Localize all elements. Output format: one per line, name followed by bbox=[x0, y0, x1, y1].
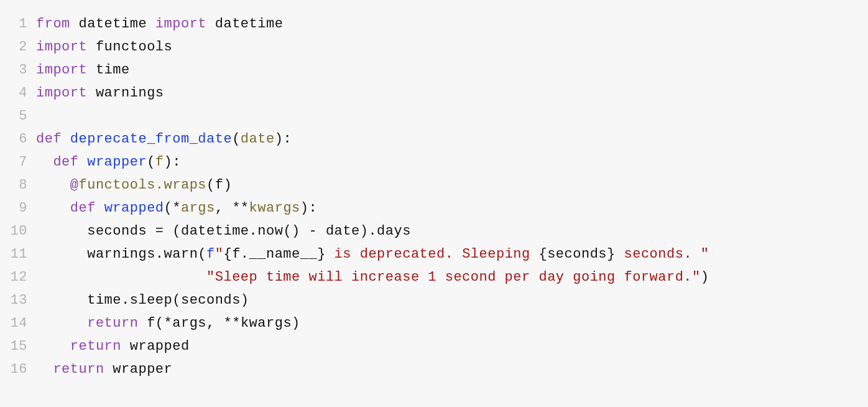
token-str: is deprecated. Sleeping bbox=[326, 246, 539, 262]
token-kw: def bbox=[53, 154, 78, 170]
code-content: def deprecate_from_date(date): bbox=[36, 128, 862, 151]
code-block: 1from datetime import datetime2import fu… bbox=[0, 0, 868, 393]
code-content: seconds = (datetime.now() - date).days bbox=[36, 220, 862, 243]
code-line: 11 warnings.warn(f"{f.__name__} is depre… bbox=[6, 243, 862, 266]
line-number: 15 bbox=[6, 335, 36, 358]
token-str: seconds. " bbox=[616, 246, 709, 262]
token-punc: () bbox=[283, 223, 300, 239]
token-punc: ( bbox=[164, 200, 173, 216]
code-line: 14 return f(*args, **kwargs) bbox=[6, 312, 862, 335]
token-id: wrapped bbox=[121, 339, 190, 354]
token-op: = bbox=[155, 223, 164, 239]
code-content: from datetime import datetime bbox=[36, 12, 862, 35]
token-def: deprecate_from_date bbox=[70, 131, 232, 147]
token-id: datetime bbox=[206, 16, 283, 32]
token-kw: import bbox=[36, 85, 87, 101]
line-number: 8 bbox=[6, 174, 36, 197]
token-punc: { bbox=[223, 246, 232, 262]
code-line: 9 def wrapped(*args, **kwargs): bbox=[6, 197, 862, 220]
code-content: return wrapper bbox=[36, 358, 862, 381]
token-punc: ( bbox=[172, 292, 181, 308]
token-punc: ( bbox=[198, 246, 206, 262]
code-content: import functools bbox=[36, 35, 862, 58]
token-kw: def bbox=[36, 131, 62, 147]
token-kw: def bbox=[70, 200, 96, 216]
code-line: 10 seconds = (datetime.now() - date).day… bbox=[6, 220, 862, 243]
token-op: - bbox=[309, 223, 318, 239]
token-id: datetime bbox=[70, 16, 155, 32]
code-line: 1from datetime import datetime bbox=[6, 12, 862, 35]
line-number: 9 bbox=[6, 197, 36, 220]
line-number: 14 bbox=[6, 312, 36, 335]
token-id: f bbox=[215, 177, 224, 193]
token-id bbox=[36, 316, 87, 331]
code-content: import time bbox=[36, 58, 862, 82]
token-punc: * bbox=[164, 316, 173, 331]
token-punc: ) bbox=[292, 316, 300, 331]
token-punc: : bbox=[283, 131, 292, 147]
code-line: 15 return wrapped bbox=[6, 335, 862, 358]
token-id bbox=[79, 154, 88, 170]
line-number: 3 bbox=[6, 58, 36, 82]
code-content: warnings.warn(f"{f.__name__} is deprecat… bbox=[36, 243, 862, 266]
token-id: seconds bbox=[547, 246, 607, 262]
line-number: 13 bbox=[6, 289, 36, 312]
token-id bbox=[62, 131, 70, 147]
token-punc: * bbox=[172, 200, 181, 216]
token-punc: : bbox=[172, 154, 181, 170]
line-number: 4 bbox=[6, 82, 36, 105]
token-id: functools bbox=[87, 39, 172, 55]
token-param: date bbox=[241, 131, 275, 147]
line-number: 12 bbox=[6, 266, 36, 289]
line-number: 11 bbox=[6, 243, 36, 266]
token-id: wrapper bbox=[104, 362, 173, 377]
token-kw: return bbox=[87, 316, 138, 331]
token-id: time.sleep bbox=[36, 292, 172, 308]
token-def: wrapped bbox=[104, 200, 164, 216]
token-punc: ) bbox=[360, 223, 369, 239]
token-punc: ) bbox=[223, 177, 232, 193]
token-id bbox=[164, 223, 173, 239]
token-punc: ( bbox=[147, 154, 155, 170]
code-line: 5 bbox=[6, 105, 862, 128]
token-id: date bbox=[317, 223, 360, 239]
code-line: 12 "Sleep time will increase 1 second pe… bbox=[6, 266, 862, 289]
token-id bbox=[36, 362, 53, 377]
token-id bbox=[300, 223, 309, 239]
token-fpre: f bbox=[206, 246, 215, 262]
code-content: def wrapped(*args, **kwargs): bbox=[36, 197, 862, 220]
code-line: 8 @functools.wraps(f) bbox=[6, 174, 862, 197]
token-str: "Sleep time will increase 1 second per d… bbox=[206, 269, 701, 285]
token-punc: , bbox=[206, 316, 223, 331]
token-id bbox=[36, 200, 70, 216]
token-punc: , bbox=[215, 200, 232, 216]
code-line: 7 def wrapper(f): bbox=[6, 151, 862, 174]
token-punc: ( bbox=[155, 316, 164, 331]
line-number: 5 bbox=[6, 105, 36, 128]
code-content: return f(*args, **kwargs) bbox=[36, 312, 862, 335]
code-line: 4import warnings bbox=[6, 82, 862, 105]
token-id bbox=[96, 200, 104, 216]
token-at: @ bbox=[70, 177, 79, 193]
token-param: args bbox=[181, 200, 215, 216]
line-number: 10 bbox=[6, 220, 36, 243]
token-id: seconds bbox=[36, 223, 155, 239]
token-id: kwargs bbox=[241, 316, 292, 331]
code-line: 2import functools bbox=[6, 35, 862, 58]
token-id: f.__name__ bbox=[232, 246, 317, 262]
token-id: warnings.warn bbox=[36, 246, 198, 262]
token-kw: import bbox=[36, 39, 87, 55]
line-number: 1 bbox=[6, 12, 36, 35]
token-id: warnings bbox=[87, 85, 164, 101]
token-id: datetime.now bbox=[181, 223, 283, 239]
code-content: def wrapper(f): bbox=[36, 151, 862, 174]
token-punc: } bbox=[317, 246, 326, 262]
token-param: f bbox=[155, 154, 164, 170]
token-def: wrapper bbox=[87, 154, 147, 170]
token-kw: return bbox=[70, 339, 121, 354]
token-punc: } bbox=[607, 246, 616, 262]
token-kw: return bbox=[53, 362, 104, 377]
token-punc: { bbox=[538, 246, 547, 262]
token-punc: ) bbox=[275, 131, 284, 147]
token-id: seconds bbox=[181, 292, 241, 308]
